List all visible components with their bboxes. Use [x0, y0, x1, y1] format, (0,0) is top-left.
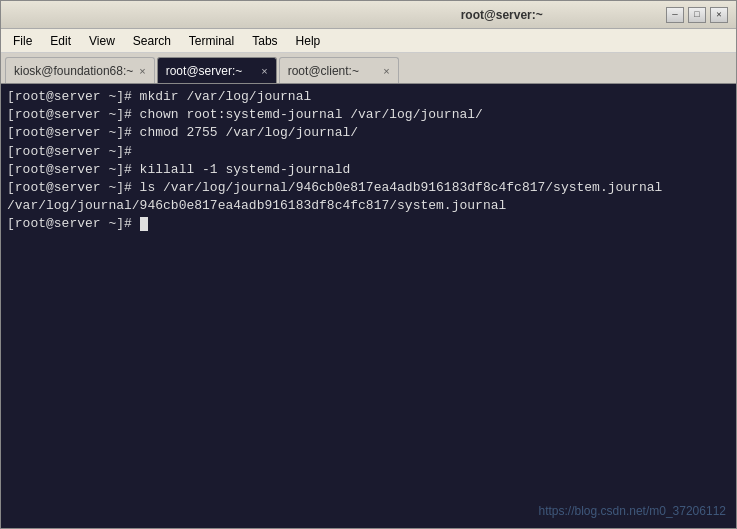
- window-controls: — □ ✕: [666, 7, 728, 23]
- tab-label-2: root@client:~: [288, 64, 359, 78]
- terminal-output: [root@server ~]# mkdir /var/log/journal …: [1, 84, 736, 238]
- menu-item-edit[interactable]: Edit: [42, 32, 79, 50]
- tab-1[interactable]: root@server:~×: [157, 57, 277, 83]
- tab-close-2[interactable]: ×: [383, 65, 389, 77]
- terminal-cursor: [140, 217, 148, 231]
- tab-bar: kiosk@foundation68:~×root@server:~×root@…: [1, 53, 736, 83]
- minimize-button[interactable]: —: [666, 7, 684, 23]
- tab-label-0: kiosk@foundation68:~: [14, 64, 133, 78]
- watermark: https://blog.csdn.net/m0_37206112: [539, 504, 726, 518]
- tab-2[interactable]: root@client:~×: [279, 57, 399, 83]
- title-bar: root@server:~ — □ ✕: [1, 1, 736, 29]
- menu-item-help[interactable]: Help: [288, 32, 329, 50]
- menu-item-view[interactable]: View: [81, 32, 123, 50]
- maximize-button[interactable]: □: [688, 7, 706, 23]
- tab-label-1: root@server:~: [166, 64, 243, 78]
- terminal-window: root@server:~ — □ ✕ FileEditViewSearchTe…: [0, 0, 737, 529]
- tab-close-0[interactable]: ×: [139, 65, 145, 77]
- window-title: root@server:~: [338, 8, 667, 22]
- tab-0[interactable]: kiosk@foundation68:~×: [5, 57, 155, 83]
- menu-item-search[interactable]: Search: [125, 32, 179, 50]
- menu-item-tabs[interactable]: Tabs: [244, 32, 285, 50]
- menu-bar: FileEditViewSearchTerminalTabsHelp: [1, 29, 736, 53]
- menu-item-terminal[interactable]: Terminal: [181, 32, 242, 50]
- menu-item-file[interactable]: File: [5, 32, 40, 50]
- tab-close-1[interactable]: ×: [261, 65, 267, 77]
- close-button[interactable]: ✕: [710, 7, 728, 23]
- terminal-container[interactable]: [root@server ~]# mkdir /var/log/journal …: [1, 83, 736, 528]
